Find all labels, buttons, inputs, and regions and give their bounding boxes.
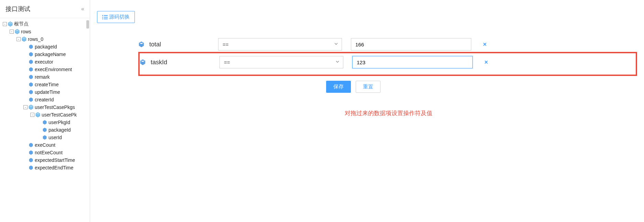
folder-icon (21, 36, 27, 42)
condition-form: total × taskId (138, 35, 637, 93)
tree-node[interactable]: -userTestCasePk (0, 111, 90, 119)
tree-node-label: 根节点 (14, 21, 29, 27)
operator-input[interactable] (218, 38, 342, 51)
reset-button[interactable]: 重置 (356, 81, 380, 93)
tree-node-label: execEnvironment (35, 67, 72, 72)
tree-toggle-icon[interactable]: - (30, 113, 34, 117)
tree-node-label: remark (35, 74, 50, 80)
list-icon (102, 15, 108, 20)
tree-node-label: packageName (35, 52, 66, 57)
operator-select[interactable] (218, 38, 342, 51)
leaf-icon (42, 135, 47, 140)
tree-node[interactable]: packageId (0, 126, 90, 134)
tree-node[interactable]: expectedStartTime (0, 156, 90, 164)
sidebar-header: 接口测试 « (0, 0, 90, 18)
tree-node[interactable]: notExeCount (0, 149, 90, 156)
value-input[interactable] (352, 56, 473, 68)
tree-node-label: notExeCount (35, 150, 63, 155)
highlight-annotation: taskId × (138, 52, 637, 76)
folder-icon (14, 29, 20, 34)
tree-node-label: packageId (49, 127, 71, 133)
save-button[interactable]: 保存 (326, 81, 351, 93)
tree-toggle-icon[interactable]: - (23, 105, 28, 109)
tree-node-label: expectedStartTime (35, 157, 75, 163)
tree-node-label: executor (35, 59, 53, 65)
tree-toggle-icon[interactable]: - (17, 37, 21, 41)
leaf-icon (28, 157, 34, 163)
tree-node[interactable]: packageName (0, 51, 90, 58)
sidebar-title: 接口测试 (6, 5, 30, 13)
leaf-icon (42, 120, 47, 125)
leaf-icon (28, 82, 34, 87)
tree-node[interactable]: -userTestCasePkgs (0, 103, 90, 111)
close-icon[interactable]: × (484, 59, 488, 66)
leaf-icon (28, 97, 34, 102)
tree-node[interactable]: packageId (0, 43, 90, 51)
folder-icon (35, 112, 41, 118)
tree-node[interactable]: -根节点 (0, 20, 90, 28)
scroll-indicator[interactable] (86, 20, 89, 29)
tree-node-label: rows_0 (28, 36, 43, 42)
tree-node-label: userId (49, 135, 62, 140)
svg-rect-5 (104, 19, 108, 19)
leaf-icon (28, 150, 34, 155)
svg-rect-1 (104, 15, 108, 16)
tree-toggle-icon[interactable]: - (10, 30, 14, 34)
cube-icon (140, 59, 147, 65)
sidebar: 接口测试 « -根节点-rows-rows_0packageIdpackageN… (0, 0, 90, 222)
tree-node-label: packageId (35, 44, 57, 49)
tree-node[interactable]: -rows_0 (0, 35, 90, 43)
close-icon[interactable]: × (483, 41, 487, 48)
tree-node[interactable]: execEnvironment (0, 66, 90, 73)
source-toggle-label: 源码切换 (109, 14, 130, 20)
svg-rect-2 (102, 17, 103, 18)
tree-node[interactable]: updateTime (0, 88, 90, 96)
tree-node-label: expectedEndTime (35, 165, 73, 170)
value-input[interactable] (351, 38, 471, 51)
operator-input[interactable] (219, 56, 343, 68)
collapse-icon[interactable]: « (81, 6, 84, 12)
tree-node[interactable]: expectedEndTime (0, 164, 90, 171)
tree-node-label: rows (21, 29, 31, 34)
leaf-icon (28, 165, 34, 170)
main-panel: 源码切换 total × taskId (90, 0, 644, 222)
condition-row: taskId × (140, 53, 636, 71)
svg-rect-4 (102, 19, 103, 19)
leaf-icon (28, 52, 34, 57)
tree-node-label: userTestCasePkgs (35, 104, 75, 110)
field-label: taskId (151, 59, 219, 66)
tree-node[interactable]: executor (0, 58, 90, 66)
leaf-icon (42, 127, 47, 133)
leaf-icon (28, 44, 34, 49)
svg-rect-0 (102, 15, 103, 16)
annotation-text: 对拖过来的数据项设置操作符及值 (345, 109, 637, 117)
tree-node[interactable]: userPkgId (0, 119, 90, 126)
tree-node-label: exeCount (35, 142, 55, 148)
operator-select[interactable] (219, 56, 343, 68)
tree-node-label: userTestCasePk (42, 112, 77, 118)
field-label: total (149, 41, 218, 48)
svg-rect-3 (104, 17, 108, 18)
cube-icon (138, 41, 145, 47)
leaf-icon (28, 74, 34, 80)
tree-node[interactable]: createTime (0, 81, 90, 88)
tree-node[interactable]: exeCount (0, 141, 90, 149)
tree-node[interactable]: remark (0, 73, 90, 81)
source-toggle-button[interactable]: 源码切换 (97, 11, 135, 23)
tree-view: -根节点-rows-rows_0packageIdpackageNameexec… (0, 18, 90, 222)
leaf-icon (28, 67, 34, 72)
folder-icon (8, 21, 13, 27)
folder-icon (28, 104, 34, 110)
leaf-icon (28, 142, 34, 148)
tree-node-label: userPkgId (49, 120, 70, 125)
tree-node[interactable]: -rows (0, 28, 90, 35)
tree-node[interactable]: userId (0, 134, 90, 141)
leaf-icon (28, 89, 34, 95)
tree-node[interactable]: createrId (0, 96, 90, 103)
button-row: 保存 重置 (326, 81, 637, 93)
leaf-icon (28, 59, 34, 65)
tree-node-label: updateTime (35, 89, 60, 95)
tree-node-label: createTime (35, 82, 59, 87)
tree-toggle-icon[interactable]: - (3, 22, 7, 26)
condition-row: total × (138, 35, 637, 53)
